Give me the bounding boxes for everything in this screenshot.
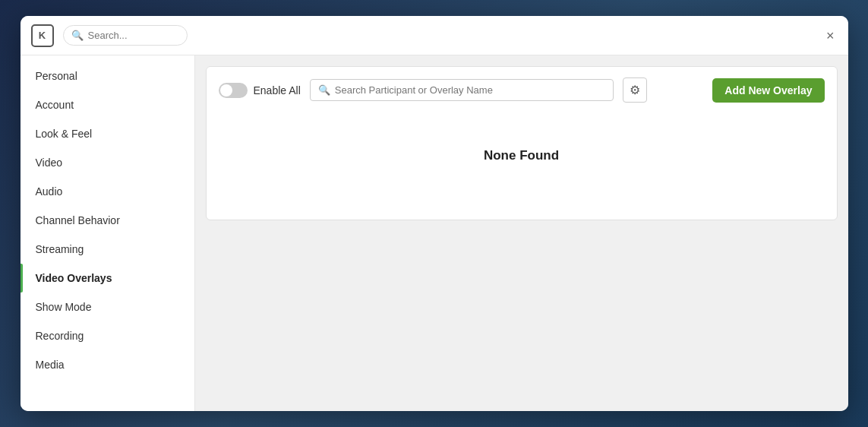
add-overlay-button[interactable]: Add New Overlay	[712, 78, 824, 103]
sidebar-item-channel-behavior[interactable]: Channel Behavior	[21, 206, 194, 235]
settings-button[interactable]: ⚙	[623, 77, 647, 103]
overlay-search-bar[interactable]: 🔍	[310, 79, 614, 101]
sidebar-item-show-mode[interactable]: Show Mode	[21, 293, 194, 321]
sidebar-item-account[interactable]: Account	[21, 90, 194, 119]
sidebar-item-video-overlays[interactable]: Video Overlays	[21, 264, 194, 293]
search-icon: 🔍	[71, 30, 84, 41]
sidebar-search-bar[interactable]: 🔍	[63, 25, 188, 46]
overlay-search-icon: 🔍	[318, 84, 330, 96]
empty-state: None Found	[219, 103, 825, 209]
overlays-toolbar: Enable All 🔍 ⚙ Add New Overlay	[219, 77, 825, 103]
sidebar-item-media[interactable]: Media	[21, 350, 194, 379]
sidebar-item-personal[interactable]: Personal	[21, 62, 194, 90]
modal-window: K 🔍 × Personal Account Look & Feel	[21, 16, 848, 411]
enable-all-label: Enable All	[254, 84, 301, 96]
app-logo: K	[31, 24, 54, 47]
overlays-card: Enable All 🔍 ⚙ Add New Overlay	[206, 66, 838, 220]
modal-body: Personal Account Look & Feel Video Audio…	[21, 55, 848, 411]
backdrop: K 🔍 × Personal Account Look & Feel	[0, 0, 868, 427]
sidebar-item-audio[interactable]: Audio	[21, 177, 194, 206]
sidebar-search-input[interactable]	[88, 30, 179, 41]
sidebar-item-streaming[interactable]: Streaming	[21, 235, 194, 264]
sidebar-item-look-feel[interactable]: Look & Feel	[21, 119, 194, 148]
sidebar: Personal Account Look & Feel Video Audio…	[21, 55, 195, 411]
sidebar-item-recording[interactable]: Recording	[21, 321, 194, 350]
main-content: Enable All 🔍 ⚙ Add New Overlay	[195, 55, 848, 411]
enable-all-toggle[interactable]	[219, 83, 248, 98]
enable-all-toggle-wrap: Enable All	[219, 83, 301, 98]
modal-header: K 🔍 ×	[21, 16, 848, 55]
gear-icon: ⚙	[630, 83, 640, 97]
sidebar-item-video[interactable]: Video	[21, 148, 194, 177]
overlay-search-input[interactable]	[335, 84, 605, 96]
close-button[interactable]: ×	[823, 26, 838, 46]
